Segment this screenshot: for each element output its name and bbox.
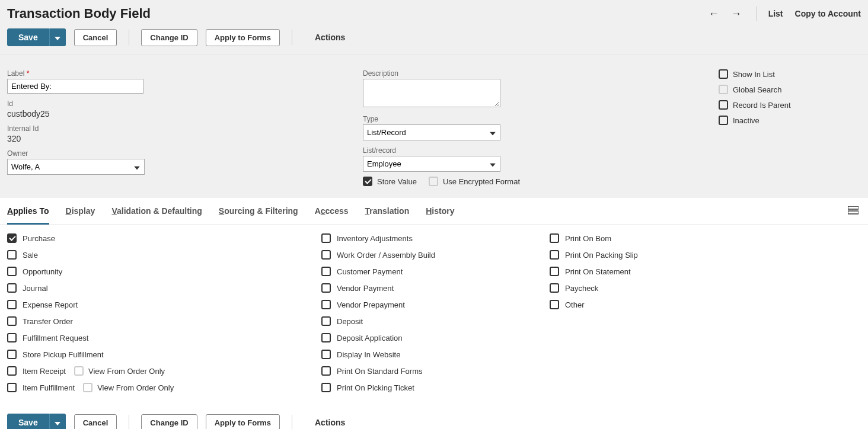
checkbox-item-receipt-view-only[interactable] (74, 366, 84, 376)
id-value: custbody25 (7, 109, 339, 119)
actions-menu-footer[interactable]: Actions (315, 418, 345, 427)
show-in-list-checkbox[interactable] (719, 69, 728, 79)
label-store-pickup-fulfillment: Store Pickup Fulfillment (23, 350, 104, 359)
header-section: Transaction Body Field ← → List Copy to … (0, 0, 868, 55)
checkbox-item-receipt[interactable] (7, 366, 17, 376)
checkbox-print-on-packing-slip[interactable] (550, 250, 559, 260)
subtab-menu-icon[interactable] (845, 204, 861, 219)
label-print-on-statement: Print On Statement (565, 267, 631, 276)
checkbox-expense-report[interactable] (7, 300, 17, 309)
checkbox-display-in-website[interactable] (321, 350, 331, 359)
divider (292, 415, 292, 429)
internal-id-field-label: Internal Id (7, 124, 339, 133)
save-dropdown-button[interactable] (49, 28, 66, 46)
cancel-button-footer[interactable]: Cancel (74, 414, 117, 430)
owner-select[interactable] (7, 159, 145, 175)
form-section: Label Id custbody25 Internal Id 320 Owne… (0, 55, 868, 198)
checkbox-journal[interactable] (7, 283, 17, 293)
list-link[interactable]: List (768, 9, 783, 18)
description-field-label: Description (363, 69, 695, 78)
checkbox-opportunity[interactable] (7, 267, 17, 276)
label-other: Other (565, 300, 585, 309)
checkbox-deposit-application[interactable] (321, 333, 331, 342)
applies-row-sale: Sale (7, 250, 321, 260)
nav-next-icon[interactable]: → (729, 8, 744, 20)
tab-validation[interactable]: Validation & Defaulting (111, 198, 202, 225)
checkbox-print-on-picking-ticket[interactable] (321, 383, 331, 392)
store-value-checkbox[interactable] (363, 177, 372, 186)
checkbox-transfer-order[interactable] (7, 316, 17, 326)
applies-row-vendor-payment: Vendor Payment (321, 283, 550, 293)
label-print-on-picking-ticket: Print On Picking Ticket (337, 383, 414, 392)
checkbox-fulfillment-request[interactable] (7, 333, 17, 342)
encrypted-checkbox[interactable] (429, 177, 438, 186)
label-work-order-assembly-build: Work Order / Assembly Build (337, 251, 435, 260)
save-button[interactable]: Save (7, 28, 49, 46)
label-item-fulfillment-view-only: View From Order Only (97, 383, 174, 392)
applies-to-panel: PurchaseSaleOpportunityJournalExpense Re… (0, 225, 868, 408)
label-print-on-bom: Print On Bom (565, 234, 611, 243)
divider (292, 30, 292, 45)
checkbox-deposit[interactable] (321, 316, 331, 326)
checkbox-inventory-adjustments[interactable] (321, 233, 331, 243)
applies-row-print-on-picking-ticket: Print On Picking Ticket (321, 383, 550, 392)
inactive-checkbox[interactable] (719, 116, 728, 125)
tab-sourcing[interactable]: Sourcing & Filtering (219, 198, 298, 225)
label-transfer-order: Transfer Order (23, 317, 73, 326)
label-print-on-packing-slip: Print On Packing Slip (565, 251, 638, 260)
applies-row-display-in-website: Display In Website (321, 350, 550, 359)
nav-prev-icon[interactable]: ← (706, 8, 722, 20)
label-item-receipt: Item Receipt (23, 367, 66, 376)
svg-rect-1 (848, 211, 859, 214)
applies-row-customer-payment: Customer Payment (321, 267, 550, 276)
checkbox-other[interactable] (550, 300, 559, 309)
global-search-label: Global Search (733, 85, 781, 94)
actions-menu[interactable]: Actions (315, 33, 345, 42)
checkbox-paycheck[interactable] (550, 283, 559, 293)
cancel-button[interactable]: Cancel (74, 29, 117, 46)
change-id-button-footer[interactable]: Change ID (141, 414, 197, 430)
global-search-checkbox[interactable] (719, 85, 728, 94)
copy-to-account-link[interactable]: Copy to Account (795, 9, 861, 18)
checkbox-item-fulfillment[interactable] (7, 383, 17, 392)
checkbox-sale[interactable] (7, 250, 17, 260)
checkbox-item-fulfillment-view-only[interactable] (83, 383, 92, 392)
checkbox-print-on-statement[interactable] (550, 267, 559, 276)
label-opportunity: Opportunity (23, 267, 62, 276)
listrecord-field-label: List/record (363, 146, 695, 155)
label-customer-payment: Customer Payment (337, 267, 403, 276)
applies-row-store-pickup-fulfillment: Store Pickup Fulfillment (7, 350, 321, 359)
applies-row-print-on-standard-forms: Print On Standard Forms (321, 366, 550, 376)
tab-history[interactable]: History (426, 198, 454, 225)
applies-row-work-order-assembly-build: Work Order / Assembly Build (321, 250, 550, 260)
apply-to-forms-button-footer[interactable]: Apply to Forms (206, 414, 280, 430)
label-input[interactable] (7, 79, 143, 94)
apply-to-forms-button[interactable]: Apply to Forms (206, 29, 280, 46)
record-is-parent-checkbox[interactable] (719, 100, 728, 110)
save-dropdown-button-footer[interactable] (49, 414, 66, 429)
checkbox-purchase[interactable] (7, 233, 17, 243)
label-deposit: Deposit (337, 317, 363, 326)
checkbox-work-order-assembly-build[interactable] (321, 250, 331, 260)
description-textarea[interactable] (363, 79, 500, 107)
checkbox-store-pickup-fulfillment[interactable] (7, 350, 17, 359)
tab-applies-to[interactable]: Applies To (7, 198, 49, 225)
type-select[interactable] (363, 124, 500, 140)
label-vendor-prepayment: Vendor Prepayment (337, 300, 405, 309)
save-button-footer[interactable]: Save (7, 414, 49, 429)
label-purchase: Purchase (23, 234, 55, 243)
checkbox-vendor-payment[interactable] (321, 283, 331, 293)
record-is-parent-label: Record Is Parent (733, 101, 791, 110)
checkbox-customer-payment[interactable] (321, 267, 331, 276)
change-id-button[interactable]: Change ID (141, 29, 197, 46)
checkbox-vendor-prepayment[interactable] (321, 300, 331, 309)
checkbox-print-on-bom[interactable] (550, 233, 559, 243)
label-deposit-application: Deposit Application (337, 334, 403, 342)
label-field-label: Label (7, 69, 339, 78)
tab-access[interactable]: Acccess (315, 198, 349, 225)
checkbox-print-on-standard-forms[interactable] (321, 366, 331, 376)
tab-translation[interactable]: Translation (365, 198, 410, 225)
label-fulfillment-request: Fulfillment Request (23, 334, 88, 342)
listrecord-select[interactable] (363, 156, 500, 172)
tab-display[interactable]: Display (66, 198, 95, 225)
